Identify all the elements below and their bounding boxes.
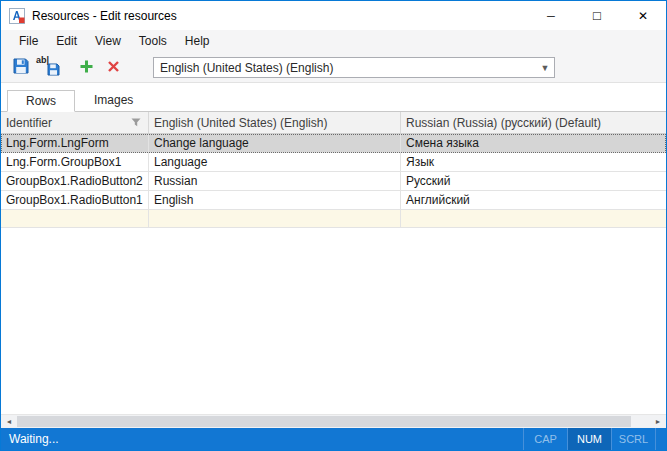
caption-buttons: ─ □ ✕: [528, 1, 666, 30]
column-header-identifier[interactable]: Identifier: [1, 112, 149, 133]
app-icon: [9, 8, 25, 24]
window-title: Resources - Edit resources: [32, 9, 177, 23]
scrollbar-track[interactable]: [17, 415, 650, 428]
column-header-russian-label: Russian (Russia) (русский) (Default): [406, 116, 601, 130]
plus-icon: [79, 59, 94, 77]
save-icon: [12, 57, 30, 78]
menu-file[interactable]: File: [10, 30, 47, 53]
column-header-english-label: English (United States) (English): [154, 116, 327, 130]
delete-x-icon: [107, 60, 120, 76]
scrollbar-thumb[interactable]: [17, 416, 631, 427]
menu-tools[interactable]: Tools: [130, 30, 176, 53]
tab-images[interactable]: Images: [75, 89, 152, 111]
scroll-left-arrow[interactable]: ◄: [1, 415, 17, 428]
save-as-icon: [47, 63, 60, 79]
cell-russian-empty[interactable]: [401, 210, 666, 227]
scroll-right-arrow[interactable]: ►: [650, 415, 666, 428]
cell-english[interactable]: Russian: [149, 172, 401, 190]
close-button[interactable]: ✕: [620, 1, 666, 30]
menu-bar: File Edit View Tools Help: [1, 30, 666, 53]
table-row[interactable]: GroupBox1.RadioButton1 English Английски…: [1, 191, 666, 210]
cell-english[interactable]: Language: [149, 153, 401, 171]
horizontal-scrollbar[interactable]: ◄ ►: [1, 414, 666, 428]
column-header-identifier-label: Identifier: [6, 116, 52, 130]
cell-russian[interactable]: Язык: [401, 153, 666, 171]
cell-identifier[interactable]: Lng.Form.GroupBox1: [1, 153, 149, 171]
menu-view[interactable]: View: [86, 30, 130, 53]
lock-indicators: CAP NUM SCRL: [523, 428, 656, 450]
minimize-icon: ─: [547, 10, 555, 22]
cell-english[interactable]: Change language: [149, 134, 401, 152]
status-bar: Waiting... CAP NUM SCRL: [1, 428, 666, 450]
save-button[interactable]: [7, 55, 34, 80]
menu-help[interactable]: Help: [176, 30, 219, 53]
chevron-down-icon[interactable]: ▼: [536, 63, 554, 73]
save-as-button[interactable]: ab|: [34, 55, 61, 80]
add-row-button[interactable]: [73, 55, 100, 80]
minimize-button[interactable]: ─: [528, 1, 574, 30]
table-row-selected[interactable]: Lng.Form.LngForm Change language Смена я…: [1, 134, 666, 153]
tab-strip: Rows Images: [1, 83, 666, 112]
status-text: Waiting...: [1, 432, 59, 446]
indicator-caps-lock: CAP: [523, 428, 567, 450]
cell-russian[interactable]: Русский: [401, 172, 666, 190]
delete-row-button[interactable]: [100, 55, 127, 80]
cell-russian[interactable]: Смена языка: [401, 134, 666, 152]
tab-rows-label: Rows: [26, 94, 56, 108]
toolbar: ab| English (U: [1, 53, 666, 83]
table-row[interactable]: Lng.Form.GroupBox1 Language Язык: [1, 153, 666, 172]
maximize-button[interactable]: □: [574, 1, 620, 30]
tab-images-label: Images: [94, 93, 133, 107]
table-row[interactable]: GroupBox1.RadioButton2 Russian Русский: [1, 172, 666, 191]
resource-table: Identifier English (United States) (Engl…: [1, 112, 666, 428]
cell-english[interactable]: English: [149, 191, 401, 209]
cell-english-empty[interactable]: [149, 210, 401, 227]
language-combobox-value: English (United States) (English): [160, 61, 536, 75]
table-header: Identifier English (United States) (Engl…: [1, 112, 666, 134]
table-empty-area: [1, 228, 666, 414]
menu-edit[interactable]: Edit: [47, 30, 86, 53]
cell-russian[interactable]: Английский: [401, 191, 666, 209]
indicator-scroll-lock: SCRL: [611, 428, 655, 450]
close-icon: ✕: [638, 9, 648, 23]
cell-identifier-empty[interactable]: [1, 210, 149, 227]
title-bar: Resources - Edit resources ─ □ ✕: [1, 1, 666, 30]
cell-identifier[interactable]: GroupBox1.RadioButton2: [1, 172, 149, 190]
tab-rows[interactable]: Rows: [7, 90, 75, 112]
app-window: Resources - Edit resources ─ □ ✕ File Ed…: [0, 0, 667, 451]
table-body: Lng.Form.LngForm Change language Смена я…: [1, 134, 666, 228]
cell-identifier[interactable]: Lng.Form.LngForm: [1, 134, 149, 152]
maximize-icon: □: [593, 8, 601, 23]
indicator-num-lock: NUM: [567, 428, 611, 450]
language-combobox[interactable]: English (United States) (English) ▼: [153, 57, 555, 78]
filter-icon[interactable]: [131, 118, 141, 127]
column-header-english[interactable]: English (United States) (English): [149, 112, 401, 133]
table-new-row[interactable]: [1, 210, 666, 228]
column-header-russian[interactable]: Russian (Russia) (русский) (Default): [401, 112, 666, 133]
cell-identifier[interactable]: GroupBox1.RadioButton1: [1, 191, 149, 209]
